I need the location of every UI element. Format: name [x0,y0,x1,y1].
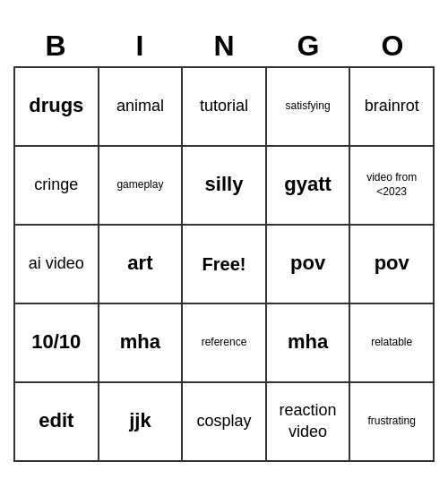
bingo-cell-r1-c0: cringe [15,147,99,226]
bingo-cell-r4-c0: edit [15,383,99,462]
bingo-cell-r3-c2: reference [183,304,267,383]
bingo-header: BINGO [13,26,435,66]
bingo-cell-r0-c4: brainrot [350,68,435,147]
bingo-cell-r3-c1: mha [99,304,184,383]
bingo-grid: drugsanimaltutorialsatisfyingbrainrotcri… [13,66,435,462]
bingo-cell-r4-c1: jjk [99,383,184,462]
bingo-cell-r1-c2: silly [183,147,267,226]
bingo-cell-r0-c1: animal [99,68,184,147]
bingo-cell-r1-c1: gameplay [99,147,184,226]
header-letter-i: I [98,26,182,66]
bingo-cell-r3-c4: relatable [350,304,435,383]
bingo-cell-r3-c3: mha [267,304,351,383]
bingo-cell-r3-c0: 10/10 [15,304,99,383]
bingo-cell-r2-c4: pov [350,226,435,304]
bingo-cell-r4-c3: reaction video [267,383,351,462]
bingo-board: BINGO drugsanimaltutorialsatisfyingbrain… [13,26,435,462]
bingo-cell-r0-c2: tutorial [183,68,267,147]
bingo-cell-r2-c1: art [99,226,184,304]
bingo-cell-r0-c0: drugs [15,68,99,147]
header-letter-b: B [13,26,98,66]
bingo-cell-r1-c4: video from <2023 [350,147,435,226]
bingo-cell-r2-c0: ai video [15,226,99,304]
bingo-cell-r2-c3: pov [267,226,351,304]
bingo-cell-r1-c3: gyatt [267,147,351,226]
header-letter-n: N [182,26,266,66]
bingo-cell-r2-c2: Free! [183,226,267,304]
bingo-cell-r0-c3: satisfying [267,68,351,147]
header-letter-o: O [350,26,435,66]
header-letter-g: G [266,26,350,66]
bingo-cell-r4-c4: frustrating [350,383,435,462]
bingo-cell-r4-c2: cosplay [183,383,267,462]
